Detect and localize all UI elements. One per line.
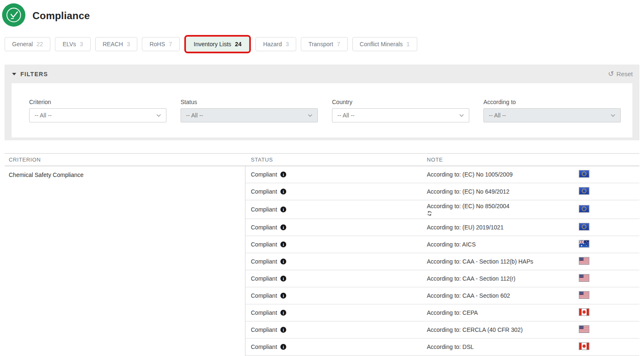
table-row: CompliantiAccording to: (EC) No 850/2004: [245, 200, 639, 219]
note-cell: According to: CAA - Section 112(b) HAPs: [420, 256, 639, 267]
note-content: According to: (EC) No 850/2004: [420, 200, 579, 219]
flag-cell: [579, 240, 639, 249]
note-text: According to: CAA - Section 112(b) HAPs: [427, 258, 579, 265]
flag-cell: [579, 274, 639, 283]
reset-button[interactable]: ↺ Reset: [608, 70, 633, 77]
flag-eu-icon: [579, 205, 589, 212]
tab-inventory-lists[interactable]: Inventory Lists24: [186, 37, 249, 51]
tab-count: 3: [127, 41, 130, 47]
info-icon[interactable]: i: [280, 327, 286, 333]
note-cell: According to: DSL: [420, 341, 639, 353]
flag-cell: [579, 309, 639, 317]
filter-field-criterion: Criterion-- All --: [29, 99, 166, 122]
note-content: According to: DSL: [420, 341, 579, 353]
tab-label: Inventory Lists: [194, 41, 231, 47]
note-cell: According to: (EC) No 649/2012: [420, 186, 639, 197]
criterion-select[interactable]: -- All --: [29, 108, 166, 122]
tab-count: 3: [80, 41, 83, 47]
filter-label: Country: [332, 99, 469, 105]
info-icon[interactable]: i: [280, 172, 286, 177]
tab-label: Transport: [308, 41, 333, 47]
note-content: According to: CAA - Section 602: [420, 290, 579, 301]
note-content: According to: (EU) 2019/1021: [420, 222, 579, 233]
tab-reach[interactable]: REACH3: [95, 37, 138, 51]
flag-us-icon: [579, 274, 589, 281]
table-body: Chemical Safety Compliance CompliantiAcc…: [5, 166, 639, 356]
status-cell: Complianti: [245, 188, 420, 195]
flag-eu-icon: [579, 187, 589, 194]
tab-label: General: [12, 41, 33, 47]
reset-icon: ↺: [608, 70, 614, 77]
select-value: -- All --: [35, 112, 52, 119]
status-text: Compliant: [251, 241, 277, 248]
status-cell: Complianti: [245, 171, 420, 178]
chevron-down-icon: [308, 114, 312, 117]
info-icon[interactable]: i: [280, 276, 286, 281]
table-row: CompliantiAccording to: (EC) No 1005/200…: [245, 166, 639, 183]
tab-count: 7: [337, 41, 340, 47]
flag-cell: [579, 223, 639, 232]
table-row: CompliantiAccording to: (EC) No 649/2012: [245, 183, 639, 200]
chevron-down-icon: [459, 114, 464, 117]
tab-count: 22: [37, 41, 43, 47]
tab-count: 1: [406, 41, 410, 47]
filters-collapse-toggle[interactable]: FILTERS: [12, 71, 48, 77]
country-select[interactable]: -- All --: [332, 108, 469, 122]
note-content: According to: CAA - Section 112(r): [420, 273, 579, 284]
note-content: According to: (EC) No 1005/2009: [420, 169, 579, 180]
note-content: According to: CEPA: [420, 307, 579, 319]
note-text: According to: AICS: [427, 241, 579, 248]
info-icon[interactable]: i: [280, 310, 286, 316]
filter-field-country: Country-- All --: [332, 99, 469, 122]
note-cell: According to: AICS: [420, 239, 639, 250]
annotation-highlight-box: Inventory Lists24: [184, 35, 251, 53]
info-icon[interactable]: i: [280, 207, 286, 212]
tab-transport[interactable]: Transport7: [301, 37, 347, 51]
note-text: According to: CAA - Section 112(r): [427, 275, 579, 282]
info-icon[interactable]: i: [280, 259, 286, 264]
table-row: CompliantiAccording to: CEPA: [245, 304, 639, 321]
tab-label: RoHS: [149, 41, 165, 47]
note-text: According to: CAA - Section 602: [427, 292, 579, 299]
according-to-select[interactable]: -- All --: [483, 108, 621, 122]
tab-count: 7: [169, 41, 172, 47]
info-icon[interactable]: i: [280, 189, 286, 194]
info-icon[interactable]: i: [280, 241, 286, 247]
flag-us-icon: [579, 257, 589, 264]
select-value: -- All --: [186, 112, 203, 119]
note-cell: According to: (EC) No 1005/2009: [420, 169, 639, 180]
note-cell: According to: CAA - Section 602: [420, 290, 639, 301]
table-row: CompliantiAccording to: CAA - Section 11…: [245, 253, 639, 270]
table-row: CompliantiAccording to: CERCLA (40 CFR 3…: [245, 321, 639, 339]
sync-icon[interactable]: [427, 211, 432, 216]
status-text: Compliant: [251, 171, 277, 178]
status-text: Compliant: [251, 224, 277, 231]
filter-label: Status: [181, 99, 318, 105]
tab-hazard[interactable]: Hazard3: [255, 37, 296, 51]
tab-conflict-minerals[interactable]: Conflict Minerals1: [352, 37, 417, 51]
status-text: Compliant: [251, 188, 277, 195]
info-icon[interactable]: i: [280, 344, 286, 350]
flag-cell: [579, 257, 639, 266]
status-text: Compliant: [251, 275, 277, 282]
note-text: According to: CEPA: [427, 309, 579, 316]
flag-cell: [579, 187, 639, 196]
status-cell: Complianti: [245, 258, 420, 265]
flag-us-icon: [579, 326, 589, 333]
info-icon[interactable]: i: [280, 293, 286, 299]
tab-rohs[interactable]: RoHS7: [142, 37, 179, 51]
column-header-criterion: CRITERION: [5, 157, 245, 163]
status-select[interactable]: -- All --: [181, 108, 318, 122]
compliance-check-icon: [2, 3, 25, 28]
tab-label: Hazard: [263, 41, 282, 47]
filters-card: Criterion-- All --Status-- All --Country…: [12, 83, 632, 137]
chevron-down-icon: [611, 114, 615, 117]
table-row: CompliantiAccording to: AICS: [245, 236, 639, 253]
note-text: According to: CERCLA (40 CFR 302): [427, 326, 579, 333]
info-icon[interactable]: i: [280, 224, 286, 230]
tab-elvs[interactable]: ELVs3: [55, 37, 90, 51]
status-cell: Complianti: [245, 224, 420, 231]
tab-general[interactable]: General22: [5, 37, 50, 51]
note-text: According to: DSL: [427, 344, 579, 350]
flag-us-icon: [579, 291, 589, 299]
